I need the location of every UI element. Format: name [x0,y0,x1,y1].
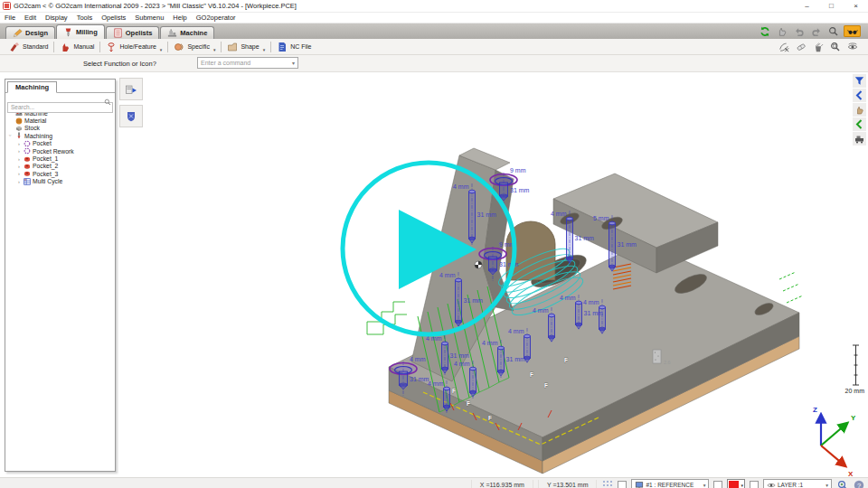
machining-panel: Machining MachineMaterialStock›Machining… [5,79,116,472]
tree-item-pocket-3[interactable]: ›Pocket_3 [5,170,115,177]
toolbar-label: NC File [290,43,311,50]
axis-z-label: Z [813,406,817,414]
chevron-collapsed-icon[interactable]: › [16,148,22,154]
eye-icon [767,481,776,488]
chevron-collapsed-icon[interactable]: › [16,164,22,169]
opelists-icon [113,28,123,38]
drill-depth-label: 31 mm [618,241,637,248]
shape-icon [227,42,238,52]
chevron-expanded-icon[interactable]: › [8,133,14,138]
chevron-collapsed-icon[interactable]: › [16,141,22,146]
pocket-mill-icon [24,170,31,177]
menu-go2operator[interactable]: GO2operator [192,14,241,22]
visibility-icon[interactable] [845,41,859,52]
status-bar: X =116.935 mm Y =13.501 mm #1 : REFERENC… [0,477,868,488]
tab-opelists[interactable]: Opelists [106,26,160,39]
drill-depth-label: 31 mm [575,235,595,241]
zoom-window-icon[interactable] [828,41,842,52]
machining-node-icon [15,132,23,139]
tree-item-pocket[interactable]: ›Pocket [5,140,115,147]
close-button[interactable]: × [844,0,868,12]
menu-tools[interactable]: Tools [72,14,98,22]
search-input[interactable] [7,102,113,113]
menu-file[interactable]: File [0,14,20,22]
layer-select[interactable]: LAYER :1 ▾ [763,479,832,488]
command-combobox[interactable]: Enter a command ▾ [197,57,298,69]
tree-item-label: Machining [24,133,52,139]
tool-tag-label: 2.6 [664,360,671,365]
status-x-coordinate: X =116.935 mm [471,480,533,488]
machining-tree: MachineMaterialStock›Machining›Pocket›Po… [5,109,115,185]
tree-item-pocket-rework[interactable]: ›Pocket Rework [5,147,115,155]
toolbar-specific-button[interactable]: Specific▾ [168,39,221,54]
tab-design[interactable]: Design [5,26,55,39]
hole-feature-icon [106,42,117,52]
tab-milling[interactable]: Milling [56,24,105,39]
tree-item-multi-cycle[interactable]: ›Multi Cycle [5,178,115,185]
help-icon[interactable]: ? [853,479,864,488]
drill-diameter-label: 4 mm [560,295,576,301]
pocket-ring-icon [24,147,31,155]
zoom-plus-icon[interactable] [836,479,848,488]
simulation-button[interactable] [119,78,143,100]
specific-icon [174,42,184,52]
command-prompt-label: Select Function or Icon? [83,60,156,68]
menu-opelists[interactable]: Opelists [97,14,130,22]
chevron-left-blue-button[interactable] [853,89,866,102]
filter-button[interactable] [853,74,866,88]
drill-diameter-label: 4 mm [439,272,456,278]
toolbar-label: Standard [23,43,48,50]
machine-small-button[interactable] [853,132,866,145]
color-swatch[interactable]: ▾ [727,479,745,488]
clean-icon[interactable] [811,41,825,52]
drill-diameter-label: 4 mm [583,299,599,305]
toolbar-nc-file-button[interactable]: NC File [271,39,316,54]
tree-item-machining[interactable]: ›Machining [5,132,115,139]
grab-icon[interactable] [775,25,788,37]
pocket-ring-icon [24,140,31,147]
layer-select-value: LAYER :1 [778,482,803,488]
tree-item-pocket-2[interactable]: ›Pocket_2 [5,163,115,170]
maximize-button[interactable]: □ [819,0,844,12]
reference-checkbox[interactable] [618,481,627,488]
refresh-icon[interactable] [758,25,771,37]
drill-diameter-label: 4 mm [508,328,524,334]
hide-elements-icon[interactable] [777,41,790,52]
chevron-collapsed-icon[interactable]: › [16,156,22,162]
grid-icon[interactable] [601,479,613,488]
machining-panel-tab[interactable]: Machining [7,81,57,93]
menu-help[interactable]: Help [168,14,191,22]
zoom-icon[interactable] [826,25,840,37]
grab-hand-button[interactable] [853,103,866,117]
command-combobox-value: Enter a command [201,60,250,66]
redo-icon[interactable] [809,25,823,37]
reference-select[interactable]: #1 : REFERENCE ▾ [631,479,709,488]
chevron-left-green-button[interactable] [853,117,866,131]
chevron-collapsed-icon[interactable]: › [16,171,22,176]
toolbar-hole-feature-button[interactable]: Hole/Feature▾ [100,39,167,54]
minimize-button[interactable]: – [795,0,819,12]
menu-edit[interactable]: Edit [20,14,41,22]
drill-diameter-label: 4 mm [453,183,469,190]
menu-display[interactable]: Display [41,14,72,22]
color-checkbox[interactable] [713,481,722,488]
tree-item-stock[interactable]: Stock [5,125,115,132]
undo-icon[interactable] [792,25,806,37]
tool-display-button[interactable] [119,105,143,127]
tree-item-material[interactable]: Material [5,117,115,124]
toolbar-standard-button[interactable]: Standard [4,39,53,54]
tree-item-label: Multi Cycle [33,178,62,184]
menu-submenu[interactable]: Submenu [130,14,168,22]
layer-checkbox[interactable] [750,481,759,488]
drill-diameter-label: 5 mm [593,215,609,221]
chevron-collapsed-icon[interactable]: › [16,179,22,184]
viewport-3d[interactable]: 4 mm31 mm4 mm31 mm4 mm31 mm5 mm31 mm4 mm… [0,72,868,477]
drill-diameter-label: 4 mm [533,307,549,314]
eraser-icon[interactable] [794,41,807,52]
glasses-icon[interactable] [844,25,861,37]
toolbar-manual-button[interactable]: Manual [54,39,99,54]
tree-item-pocket-1[interactable]: ›Pocket_1 [5,155,115,162]
toolbar-shape-button[interactable]: Shape▾ [222,39,270,54]
tab-machine[interactable]: Machine [160,26,214,39]
feed-marker: F [452,388,456,394]
